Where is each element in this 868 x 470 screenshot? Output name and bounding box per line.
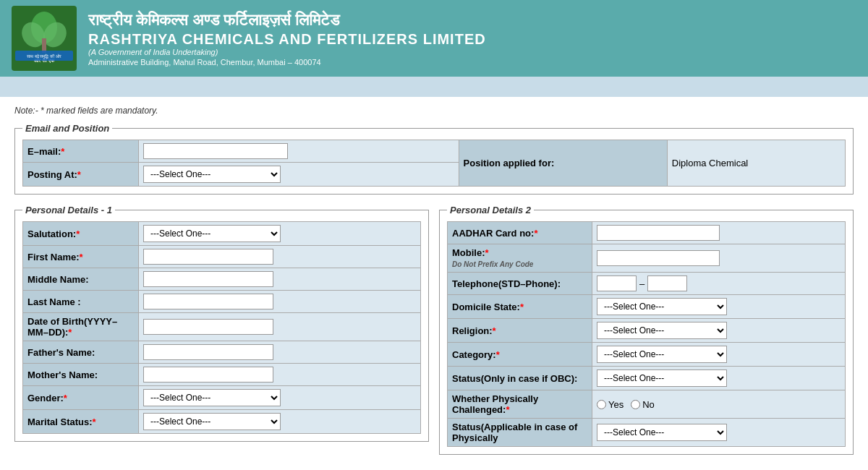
hindi-title: राष्ट्रीय केमिकल्स अण्ड फर्टिलाइज़र्स लि… — [88, 11, 486, 30]
domicile-input-cell: ---Select One--- — [592, 295, 846, 319]
pd1-table: Salutation:* ---Select One--- First Name… — [22, 221, 421, 434]
mandatory-note: Note:- * marked fields are mandatory. — [14, 106, 854, 116]
posting-label: Posting At:* — [23, 163, 139, 187]
status-pc-select[interactable]: ---Select One--- — [597, 424, 727, 441]
fathername-label: Father's Name: — [23, 341, 139, 364]
email-section-legend: Email and Position — [22, 123, 112, 134]
email-label: E–mail:* — [23, 140, 139, 163]
middlename-input[interactable] — [143, 271, 273, 287]
header: आर सी एफ साथ बढ़े समृद्धि की ओर राष्ट्री… — [0, 0, 868, 77]
physically-label: Whether Physically Challenged:* — [448, 390, 592, 419]
yes-radio[interactable] — [597, 400, 606, 409]
obc-select[interactable]: ---Select One--- — [597, 369, 727, 387]
email-input-cell — [139, 140, 459, 163]
main-content: Note:- * marked fields are mandatory. Em… — [0, 97, 868, 470]
status-pc-label: Status(Applicable in case of Physically — [448, 419, 592, 447]
fathername-input-cell — [139, 341, 421, 364]
mobile-label: Mobile:* Do Not Prefix Any Code — [448, 244, 592, 273]
posting-select[interactable]: ---Select One--- — [143, 166, 281, 183]
category-input-cell: ---Select One--- — [592, 343, 846, 367]
english-main-title: RASHTRIYA CHEMICALS AND FERTILIZERS LIMI… — [88, 31, 486, 48]
firstname-input-cell — [139, 246, 421, 268]
personal-details-1-col: Personal Details - 1 Salutation:* ---Sel… — [14, 205, 429, 465]
status-pc-input-cell: ---Select One--- — [592, 419, 846, 447]
personal-details-2-section: Personal Details 2 AADHAR Card no:* Mobi… — [439, 205, 854, 455]
aadhar-label: AADHAR Card no:* — [448, 222, 592, 244]
english-subtitle: (A Government of India Undertaking) — [88, 48, 486, 56]
aadhar-input-cell — [592, 222, 846, 244]
svg-text:साथ बढ़े समृद्धि की ओर: साथ बढ़े समृद्धि की ओर — [26, 54, 61, 59]
email-position-table: E–mail:* Position applied for: Diploma C… — [22, 140, 846, 187]
lastname-input[interactable] — [143, 294, 273, 309]
gender-select[interactable]: ---Select One--- — [143, 389, 281, 406]
subheader-bar — [0, 77, 868, 97]
pd1-legend: Personal Details - 1 — [22, 205, 115, 215]
marital-select[interactable]: ---Select One--- — [143, 413, 281, 430]
firstname-label: First Name:* — [23, 246, 139, 268]
mobile-note: Do Not Prefix Any Code — [452, 260, 533, 268]
domicile-select[interactable]: ---Select One--- — [597, 298, 727, 315]
obc-label: Status(Only in case if OBC): — [448, 367, 592, 390]
telephone-label: Telephone(STD–Phone): — [448, 273, 592, 295]
mothername-input[interactable] — [143, 367, 273, 383]
email-position-section: Email and Position E–mail:* Position app… — [14, 123, 854, 195]
marital-input-cell: ---Select One--- — [139, 410, 421, 434]
salutation-select[interactable]: ---Select One--- — [143, 225, 281, 242]
middlename-label: Middle Name: — [23, 268, 139, 291]
address: Administrative Building, Mahul Road, Che… — [88, 58, 486, 67]
rcf-logo: आर सी एफ साथ बढ़े समृद्धि की ओर — [12, 6, 77, 71]
posting-input-cell: ---Select One--- — [139, 163, 459, 187]
category-label: Category:* — [448, 343, 592, 367]
mothername-label: Mother's Name: — [23, 364, 139, 386]
firstname-input[interactable] — [143, 249, 273, 265]
dob-label: Date of Birth(YYYY–MM–DD):* — [23, 313, 139, 341]
fathername-input[interactable] — [143, 344, 273, 360]
aadhar-input[interactable] — [597, 225, 720, 241]
gender-label: Gender:* — [23, 386, 139, 410]
telephone-separator: – — [639, 278, 644, 289]
telephone-input-cell: – — [592, 273, 846, 295]
marital-label: Marital Status:* — [23, 410, 139, 434]
middlename-input-cell — [139, 268, 421, 291]
position-label: Position applied for: — [459, 140, 667, 187]
gender-input-cell: ---Select One--- — [139, 386, 421, 410]
religion-select[interactable]: ---Select One--- — [597, 322, 727, 339]
header-text: राष्ट्रीय केमिकल्स अण्ड फर्टिलाइज़र्स लि… — [88, 11, 486, 67]
yes-radio-label[interactable]: Yes — [597, 399, 624, 410]
telephone-std-input[interactable] — [597, 275, 637, 291]
dob-input[interactable] — [143, 319, 273, 335]
salutation-label: Salutation:* — [23, 222, 139, 246]
religion-label: Religion:* — [448, 319, 592, 343]
personal-details-1-section: Personal Details - 1 Salutation:* ---Sel… — [14, 205, 429, 442]
physically-radio-group: Yes No — [597, 399, 841, 410]
position-value: Diploma Chemical — [667, 140, 845, 187]
email-input[interactable] — [143, 143, 288, 159]
mobile-input-cell — [592, 244, 846, 273]
obc-input-cell: ---Select One--- — [592, 367, 846, 390]
pd2-legend: Personal Details 2 — [447, 205, 534, 215]
telephone-number-input[interactable] — [647, 275, 687, 291]
dob-input-cell — [139, 313, 421, 341]
salutation-input-cell: ---Select One--- — [139, 222, 421, 246]
pd2-table: AADHAR Card no:* Mobile:* Do Not Prefix … — [447, 221, 846, 447]
no-radio[interactable] — [631, 400, 640, 409]
lastname-input-cell — [139, 291, 421, 313]
mobile-input[interactable] — [597, 250, 720, 266]
mothername-input-cell — [139, 364, 421, 386]
religion-input-cell: ---Select One--- — [592, 319, 846, 343]
domicile-label: Domicile State:* — [448, 295, 592, 319]
lastname-label: Last Name : — [23, 291, 139, 313]
personal-details-container: Personal Details - 1 Salutation:* ---Sel… — [14, 205, 854, 465]
physically-input-cell: Yes No — [592, 390, 846, 419]
personal-details-2-col: Personal Details 2 AADHAR Card no:* Mobi… — [439, 205, 854, 465]
category-select[interactable]: ---Select One--- — [597, 346, 727, 363]
no-radio-label[interactable]: No — [631, 399, 655, 410]
